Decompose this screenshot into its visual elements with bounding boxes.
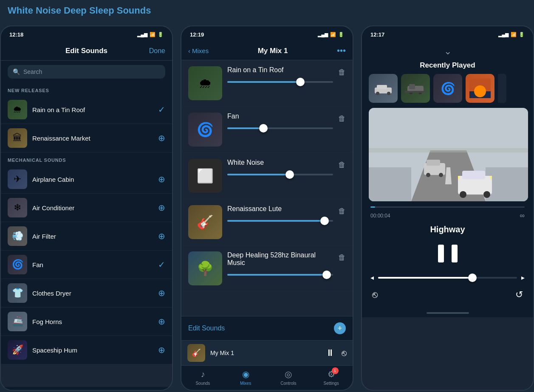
list-item[interactable]: 🌀 Fan ✓	[1, 251, 172, 279]
delete-icon[interactable]: 🗑	[338, 253, 346, 262]
tab-mixes[interactable]: ◉ Mixes	[233, 369, 258, 386]
back-button[interactable]: ‹ Mixes	[188, 47, 209, 54]
mixes-tab-icon: ◉	[242, 369, 249, 379]
mix-list-item[interactable]: 🌀 Fan 🗑	[181, 107, 353, 153]
mix-slider-fan[interactable]	[227, 124, 333, 132]
recent-thumb-train[interactable]	[401, 74, 430, 103]
search-input-wrap[interactable]: 🔍 Search	[8, 65, 165, 79]
mix-sound-name: Rain on a Tin Roof	[227, 66, 333, 74]
mix-header: ‹ Mixes My Mix 1 •••	[181, 42, 353, 60]
recent-thumb-sunset[interactable]	[466, 74, 494, 103]
tab-settings[interactable]: ⚙ 1 Settings	[319, 369, 344, 386]
edit-sounds-button[interactable]: Edit Sounds	[188, 324, 225, 332]
svg-point-2	[376, 92, 379, 95]
mix-title: My Mix 1	[258, 47, 288, 55]
airplane-thumb: ✈	[8, 169, 27, 189]
back-label: Mixes	[192, 47, 209, 54]
airplay-icon[interactable]: ⎋	[372, 289, 378, 300]
mix-sound-name: Deep Healing 528hz Binaural Music	[227, 251, 333, 267]
volume-thumb[interactable]	[468, 274, 477, 282]
status-time-center: 12:19	[190, 31, 204, 38]
spaceship-thumb: 🚀	[8, 340, 27, 360]
delete-icon[interactable]: 🗑	[338, 161, 346, 169]
mix-list-item[interactable]: ⬜ White Noise 🗑	[181, 153, 353, 199]
sleep-timer-icon[interactable]: ↺	[515, 289, 523, 300]
sound-name-rain: Rain on a Tin Roof	[32, 106, 153, 113]
player-handle[interactable]: ⌄	[362, 42, 533, 59]
tab-sounds[interactable]: ♪ Sounds	[190, 369, 215, 386]
svg-point-3	[387, 92, 390, 95]
recent-thumb-fan[interactable]: 🌀	[433, 74, 462, 103]
pause-button[interactable]	[438, 245, 458, 262]
sounds-tab-label: Sounds	[195, 381, 210, 386]
list-item[interactable]: 🚢 Fog Horns ⊕	[1, 307, 172, 336]
list-item[interactable]: 🌧 Rain on a Tin Roof ✓	[1, 96, 172, 124]
delete-icon[interactable]: 🗑	[338, 207, 346, 216]
progress-time: 00:00:04	[370, 213, 390, 219]
list-item[interactable]: 👕 Clothes Dryer ⊕	[1, 279, 172, 307]
app-title: White Noise Deep Sleep Sounds	[8, 5, 151, 16]
now-playing-bar[interactable]: 🎸 My Mix 1 ⏸ ⎋	[181, 340, 353, 365]
volume-fill	[378, 277, 472, 279]
status-bar-center: 12:19 ▂▄▆ 📶 🔋	[181, 26, 353, 42]
mix-sound-name: Renaissance Lute	[227, 205, 333, 213]
mix-slider-rain[interactable]	[227, 78, 333, 86]
np-controls: ⏸ ⎋	[325, 347, 347, 358]
plus-icon[interactable]: ⊕	[158, 203, 165, 213]
artwork-image	[369, 108, 528, 201]
mix-slider-healing[interactable]	[227, 271, 333, 279]
rain-thumb: 🌧	[8, 100, 27, 119]
player-bottom-row: ⎋ ↺	[362, 284, 533, 309]
sound-name-renaissance: Renaissance Market	[32, 135, 153, 142]
mix-thumb-whitenoise: ⬜	[188, 159, 222, 193]
mix-slider-lute[interactable]	[227, 217, 333, 225]
player-controls	[362, 240, 533, 271]
search-icon: 🔍	[13, 68, 20, 75]
mix-list-item[interactable]: 🌧 Rain on a Tin Roof 🗑	[181, 60, 353, 107]
list-item[interactable]: 🏛 Renaissance Market ⊕	[1, 124, 172, 152]
sound-name-dryer: Clothes Dryer	[32, 290, 153, 297]
volume-slider[interactable]	[378, 277, 517, 279]
mix-list-item[interactable]: 🌳 Deep Healing 528hz Binaural Music 🗑	[181, 245, 353, 292]
list-item[interactable]: 🚀 Spaceship Hum ⊕	[1, 336, 172, 364]
controls-tab-icon: ◎	[285, 369, 292, 379]
list-item[interactable]: ✈ Airplane Cabin ⊕	[1, 165, 172, 194]
volume-low-icon: ◂	[370, 274, 374, 282]
section-new-releases: NEW RELEASES	[1, 83, 172, 96]
delete-icon[interactable]: 🗑	[338, 68, 346, 77]
plus-icon[interactable]: ⊕	[158, 133, 165, 143]
plus-icon[interactable]: ⊕	[158, 174, 165, 184]
infinity-icon: ∞	[520, 212, 525, 220]
mix-sound-info: Deep Healing 528hz Binaural Music	[227, 251, 333, 279]
more-icon[interactable]: •••	[337, 46, 346, 56]
done-button[interactable]: Done	[149, 47, 165, 55]
aircon-thumb: ❄	[8, 198, 27, 217]
edit-sounds-header: Edit Sounds Done	[1, 42, 172, 61]
list-item[interactable]: ❄ Air Conditioner ⊕	[1, 194, 172, 222]
status-time-left: 12:18	[9, 31, 23, 38]
plus-icon[interactable]: ⊕	[158, 288, 165, 298]
svg-rect-27	[369, 148, 528, 152]
search-placeholder: Search	[23, 68, 42, 75]
airplay-button[interactable]: ⎋	[342, 348, 347, 358]
plus-icon[interactable]: ⊕	[158, 231, 165, 241]
tab-controls[interactable]: ◎ Controls	[276, 369, 301, 386]
recent-thumbs-row: 🌀	[362, 74, 533, 108]
mix-list-item[interactable]: 🎸 Renaissance Lute 🗑	[181, 199, 353, 245]
signal-icon: ▂▄▆	[137, 32, 147, 37]
progress-bar[interactable]	[370, 206, 525, 208]
pause-button[interactable]: ⏸	[325, 347, 335, 358]
plus-icon[interactable]: ⊕	[158, 345, 165, 355]
add-sound-button[interactable]: +	[334, 322, 346, 334]
list-item[interactable]: 💨 Air Filter ⊕	[1, 222, 172, 251]
mix-slider-whitenoise[interactable]	[227, 171, 333, 178]
phone-left: 12:18 ▂▄▆ 📶 🔋 Edit Sounds Done 🔍 Search …	[0, 25, 173, 391]
recent-thumb-highway[interactable]	[369, 74, 398, 103]
mix-thumb-lute: 🎸	[188, 205, 222, 239]
mix-thumb-rain: 🌧	[188, 66, 222, 100]
status-bar-right: 12:17 ▂▄▆ 📶 🔋	[362, 26, 533, 42]
plus-icon[interactable]: ⊕	[158, 316, 165, 327]
delete-icon[interactable]: 🗑	[338, 114, 346, 123]
phone-right: 12:17 ▂▄▆ 📶 🔋 ⌄ Recently Played	[361, 25, 534, 391]
foghorn-thumb: 🚢	[8, 312, 27, 331]
